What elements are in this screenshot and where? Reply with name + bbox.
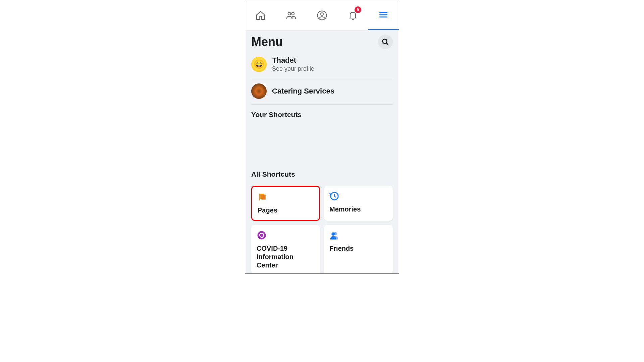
search-icon [382, 38, 389, 46]
mobile-screen: 5 Menu 😄 Thadet See your pro [245, 0, 399, 274]
hamburger-icon [378, 9, 389, 20]
svg-point-3 [321, 13, 323, 15]
friends-card-icon [329, 230, 339, 240]
divider [251, 104, 393, 105]
friends-icon [286, 10, 297, 21]
menu-header: Menu [245, 31, 399, 53]
all-shortcuts-title: All Shortcuts [245, 166, 399, 182]
search-button[interactable] [378, 35, 393, 49]
profile-link[interactable]: 😄 Thadet See your profile [245, 53, 399, 76]
svg-point-7 [383, 39, 387, 44]
shortcut-memories[interactable]: Memories [324, 186, 393, 221]
shortcut-label: Friends [329, 244, 387, 253]
profile-subtitle: See your profile [272, 65, 314, 72]
shortcut-label: Pages [258, 206, 314, 215]
profile-avatar: 😄 [251, 57, 267, 72]
page-name: Catering Services [272, 87, 334, 96]
nav-profile[interactable] [307, 0, 337, 30]
nav-notifications[interactable]: 5 [337, 0, 368, 30]
profile-text: Thadet See your profile [272, 56, 314, 72]
profile-circle-icon [317, 10, 327, 21]
your-shortcuts-title: Your Shortcuts [245, 107, 399, 123]
memories-icon [329, 191, 339, 201]
svg-rect-11 [261, 195, 266, 200]
home-icon [255, 10, 266, 21]
pages-icon [258, 192, 268, 202]
svg-line-8 [386, 43, 388, 45]
notification-badge: 5 [355, 6, 361, 13]
page-link[interactable]: Catering Services [245, 80, 399, 102]
svg-point-0 [288, 12, 291, 15]
shortcuts-spacer [245, 123, 399, 166]
shortcut-label: COVID-19 Information Center [257, 244, 315, 269]
svg-point-15 [331, 232, 335, 236]
top-navigation: 5 [245, 0, 399, 31]
menu-title: Menu [251, 35, 283, 49]
svg-rect-9 [259, 194, 260, 200]
shortcut-friends[interactable]: Friends [324, 225, 393, 273]
shortcuts-grid: Pages Memories [245, 182, 399, 273]
covid-icon [257, 230, 267, 240]
divider [251, 78, 393, 78]
nav-menu[interactable] [368, 0, 399, 30]
shortcut-pages[interactable]: Pages [251, 186, 320, 221]
profile-name: Thadet [272, 56, 314, 65]
nav-home[interactable] [245, 0, 276, 30]
shortcut-covid[interactable]: COVID-19 Information Center [251, 225, 320, 273]
page-avatar [251, 83, 267, 99]
shortcut-label: Memories [329, 205, 387, 214]
nav-friends[interactable] [276, 0, 307, 30]
menu-content: Menu 😄 Thadet See your profile Catering … [245, 31, 399, 273]
svg-point-1 [292, 12, 294, 15]
